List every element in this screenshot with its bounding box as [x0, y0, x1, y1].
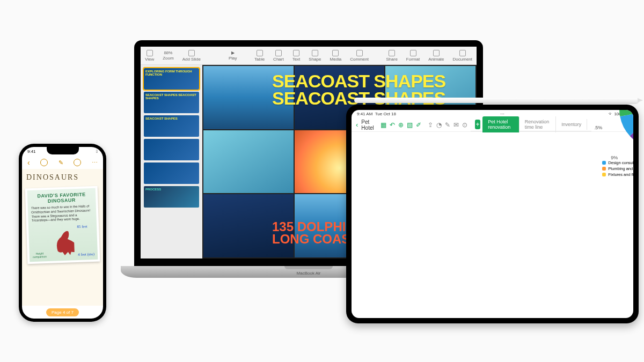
- sheet-tabs: + Pet Hotel renovation Renovation time l…: [471, 119, 592, 131]
- page-title: DINOSAURS: [26, 173, 99, 182]
- add-sheet-button[interactable]: +: [475, 120, 481, 129]
- donut-chart[interactable]: Renovation budget allocation 32% 16% 15%…: [602, 110, 633, 158]
- card-body: There was so much to see in the Halls of…: [31, 204, 93, 223]
- table-icon[interactable]: ▦: [380, 121, 386, 129]
- pages-toolbar: ‹ ✎ ⋯: [22, 156, 103, 169]
- iphone-device: 9:41􀛨 ‹ ✎ ⋯ DINOSAURS Ro DAVID'S FAVORIT…: [19, 144, 106, 322]
- tab-inventory[interactable]: Inventory: [556, 119, 587, 130]
- dinosaur-illustration: [49, 225, 75, 258]
- document-button[interactable]: Document: [453, 50, 472, 62]
- brush-icon[interactable]: ✎: [445, 121, 450, 129]
- tab-timeline[interactable]: Renovation time line: [519, 116, 557, 132]
- ipad-device: 9:41 AM Tue Oct 18 ⋯ ᯤ 100% 􀛨 ‹ Pet Hote…: [346, 105, 639, 323]
- chart-label: Height comparison: [33, 252, 47, 258]
- table-button[interactable]: Table: [254, 50, 265, 62]
- back-icon[interactable]: ‹: [356, 121, 358, 129]
- comment-button[interactable]: Comment: [350, 50, 369, 62]
- zoom-button[interactable]: 88%Zoom: [163, 50, 173, 61]
- annotation: 4 feet (me): [78, 252, 94, 257]
- document-name[interactable]: Pet Hotel: [361, 119, 374, 131]
- undo-icon[interactable]: ↶: [390, 121, 395, 129]
- paint-icon[interactable]: ✐: [416, 121, 421, 129]
- share-button[interactable]: Share: [386, 50, 397, 62]
- slide-thumb[interactable]: [144, 139, 199, 160]
- slide-thumb[interactable]: SEACOAST SHAPES: [144, 115, 199, 137]
- slide-thumb[interactable]: PROCESS: [144, 186, 199, 208]
- comment-icon[interactable]: ✉: [453, 121, 459, 129]
- slide-thumb[interactable]: [144, 162, 199, 184]
- media-icon[interactable]: ▧: [407, 121, 413, 129]
- text-button[interactable]: Text: [292, 50, 301, 62]
- card-title: DAVID'S FAVORITE DINOSAUR: [31, 191, 93, 204]
- view-button[interactable]: View: [145, 50, 154, 62]
- share-icon[interactable]: ⇪: [428, 121, 433, 129]
- shape-button[interactable]: Shape: [309, 50, 321, 62]
- pct-label: 15%: [595, 125, 602, 130]
- chart-legend: Design consultation fees Plumbing and el…: [602, 160, 633, 178]
- media-button[interactable]: Media: [330, 50, 341, 62]
- slide-navigator[interactable]: EXPLORING FORM THROUGH FUNCTION SEACOAST…: [141, 65, 202, 258]
- brush-icon[interactable]: ✎: [58, 159, 63, 166]
- add-slide-button[interactable]: Add Slide: [182, 50, 201, 62]
- device-label: MacBook Air: [297, 271, 321, 276]
- more-icon[interactable]: ⋯: [92, 159, 98, 166]
- format-button[interactable]: Format: [406, 50, 420, 62]
- more-icon[interactable]: ⊙: [462, 121, 467, 129]
- numbers-nav: ‹ Pet Hotel ▦ ↶ ⊕ ▧ ✐ ⇪ ◔ ✎ ✉ ⊙ + Pet Ho…: [352, 118, 633, 132]
- play-button[interactable]: ▶Play: [229, 50, 237, 61]
- slide-thumb[interactable]: EXPLORING FORM THROUGH FUNCTION: [144, 68, 199, 90]
- back-icon[interactable]: ‹: [27, 158, 30, 167]
- annotation: 85 feet: [77, 224, 93, 229]
- keynote-toolbar: View 88%Zoom Add Slide ▶Play Table Chart…: [141, 47, 477, 65]
- slide-thumb[interactable]: SEACOAST SHAPES SEACOAST SHAPES: [144, 92, 199, 113]
- chart-button[interactable]: Chart: [273, 50, 284, 62]
- tab-renovation[interactable]: Pet Hotel renovation: [482, 116, 519, 132]
- battery-icon: 􀛨: [96, 149, 98, 154]
- spreadsheet-canvas[interactable]: PET HOTEL & DAY CARE Renovation Project …: [595, 110, 633, 218]
- insert-icon[interactable]: ⊕: [398, 121, 404, 129]
- document-body[interactable]: DINOSAURS Ro DAVID'S FAVORITE DINOSAUR T…: [22, 169, 103, 306]
- pct-label: 9%: [611, 155, 618, 160]
- add-icon[interactable]: [74, 159, 81, 166]
- animate-button[interactable]: Animate: [428, 50, 444, 62]
- undo-icon[interactable]: [40, 159, 48, 166]
- page-indicator[interactable]: Page 4 of 7: [46, 308, 79, 316]
- apple-pencil: [354, 98, 639, 103]
- format-icon[interactable]: ◔: [436, 121, 442, 129]
